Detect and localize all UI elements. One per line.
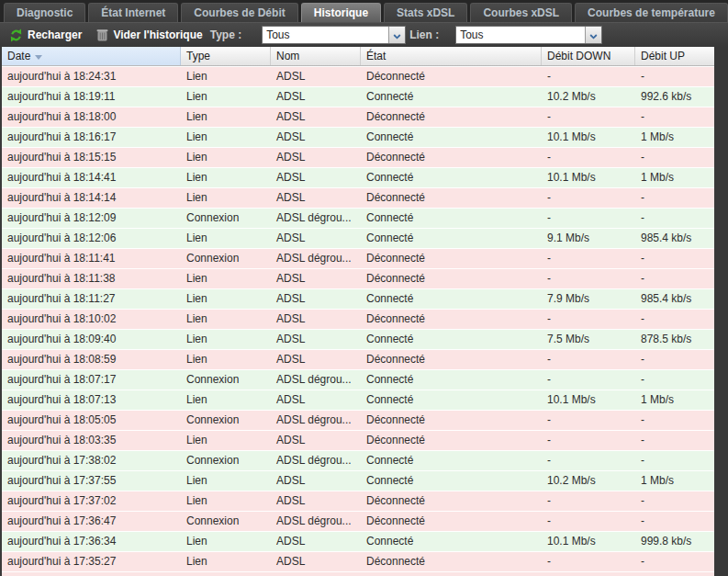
tab-stats-xdsl[interactable]: Stats xDSL <box>384 3 467 22</box>
cell-nom: ADSL dégrou... <box>271 512 361 531</box>
cell-debit-up: - <box>635 148 714 167</box>
table-row[interactable]: aujourd'hui à 17:37:55 Lien ADSL Connect… <box>2 470 714 491</box>
cell-type: Lien <box>181 168 271 187</box>
cell-date: aujourd'hui à 17:36:34 <box>2 532 181 551</box>
cell-etat: Déconnecté <box>361 411 542 430</box>
cell-debit-up: 999.8 kb/s <box>635 532 714 551</box>
table-row[interactable]: aujourd'hui à 18:14:14 Lien ADSL Déconne… <box>2 187 714 208</box>
cell-etat: Déconnecté <box>361 67 542 86</box>
cell-debit-up: - <box>635 269 714 288</box>
cell-etat: Déconnecté <box>361 249 542 268</box>
cell-nom: ADSL <box>271 350 361 369</box>
table-row[interactable]: aujourd'hui à 18:05:05 Connexion ADSL dé… <box>2 410 714 430</box>
type-filter-value: Tous <box>263 27 388 43</box>
cell-nom: ADSL <box>271 168 361 187</box>
cell-date: aujourd'hui à 17:38:02 <box>2 451 181 470</box>
cell-etat: Déconnecté <box>361 188 542 208</box>
table-row[interactable]: aujourd'hui à 18:19:11 Lien ADSL Connect… <box>2 86 714 107</box>
cell-debit-down: 10.1 Mb/s <box>542 128 635 147</box>
cell-date: aujourd'hui à 18:11:27 <box>2 289 181 309</box>
column-header-debit-down-label: Débit DOWN <box>547 47 610 65</box>
cell-type: Lien <box>181 491 271 511</box>
type-filter-select[interactable]: Tous <box>262 26 406 44</box>
table-row[interactable]: aujourd'hui à 18:12:06 Lien ADSL Connect… <box>2 228 714 248</box>
table-row[interactable]: aujourd'hui à 18:07:13 Lien ADSL Connect… <box>2 390 714 410</box>
table-row[interactable]: aujourd'hui à 18:12:09 Connexion ADSL dé… <box>2 208 714 228</box>
column-header-date-label: Date <box>7 47 30 65</box>
table-row[interactable]: aujourd'hui à 18:18:00 Lien ADSL Déconne… <box>2 107 714 127</box>
column-header-debit-down[interactable]: Débit DOWN <box>542 47 635 65</box>
tab-diagnostic[interactable]: Diagnostic <box>4 3 85 22</box>
clear-history-button-label: Vider l'historique <box>113 28 202 41</box>
table-row[interactable]: aujourd'hui à 18:03:35 Lien ADSL Déconne… <box>2 430 714 450</box>
table-row[interactable]: aujourd'hui à 18:14:41 Lien ADSL Connect… <box>2 167 714 187</box>
cell-nom: ADSL <box>271 471 361 491</box>
cell-etat: Connecté <box>361 370 542 390</box>
tab-courbes-xdsl[interactable]: Courbes xDSL <box>470 3 572 22</box>
cell-type: Lien <box>181 431 271 450</box>
table-row[interactable]: aujourd'hui à 18:11:41 Connexion ADSL dé… <box>2 248 714 268</box>
table-row[interactable]: aujourd'hui à 17:37:02 Lien ADSL Déconne… <box>2 491 714 511</box>
column-header-date[interactable]: Date <box>2 47 181 65</box>
cell-etat: Connecté <box>361 532 542 551</box>
cell-debit-down: - <box>542 269 635 288</box>
table-row[interactable]: aujourd'hui à 18:16:17 Lien ADSL Connect… <box>2 127 714 147</box>
table-row[interactable]: aujourd'hui à 18:15:15 Lien ADSL Déconne… <box>2 147 714 167</box>
cell-type: Lien <box>181 330 271 349</box>
cell-nom: ADSL dégrou... <box>271 451 361 470</box>
cell-type: Lien <box>181 188 271 208</box>
table-row[interactable]: aujourd'hui à 18:11:27 Lien ADSL Connect… <box>2 288 714 309</box>
table-header: Date Type Nom État Débit DOWN Débit UP <box>2 47 714 66</box>
column-header-nom[interactable]: Nom <box>271 47 361 65</box>
cell-nom: ADSL <box>271 148 361 167</box>
cell-type: Lien <box>181 390 271 410</box>
cell-etat: Connecté <box>361 330 542 349</box>
cell-debit-up: - <box>635 107 714 127</box>
cell-debit-up: 985.4 kb/s <box>635 289 714 309</box>
tab-courbes-de-temperature[interactable]: Courbes de température <box>575 3 728 22</box>
cell-debit-up: - <box>635 552 714 571</box>
cell-etat: Connecté <box>361 471 542 491</box>
link-filter-select[interactable]: Tous <box>455 26 602 44</box>
clear-history-button[interactable]: Vider l'historique <box>93 27 206 43</box>
scrollbar-gutter[interactable] <box>714 47 728 576</box>
cell-etat: Connecté <box>361 451 542 470</box>
table-row[interactable]: aujourd'hui à 17:36:34 Lien ADSL Connect… <box>2 531 714 551</box>
table-row[interactable]: aujourd'hui à 18:24:31 Lien ADSL Déconne… <box>2 66 714 86</box>
table-row[interactable]: aujourd'hui à 17:38:02 Connexion ADSL dé… <box>2 450 714 470</box>
cell-debit-up: - <box>635 451 714 470</box>
cell-debit-up: - <box>635 512 714 531</box>
cell-etat: Déconnecté <box>361 148 542 167</box>
cell-debit-up: - <box>635 491 714 511</box>
table-row[interactable]: aujourd'hui à 18:07:17 Connexion ADSL dé… <box>2 369 714 390</box>
link-filter-trigger[interactable] <box>585 27 601 43</box>
table-row[interactable]: aujourd'hui à 18:08:59 Lien ADSL Déconne… <box>2 349 714 369</box>
table-row[interactable]: aujourd'hui à 18:10:02 Lien ADSL Déconne… <box>2 309 714 329</box>
tab-etat-internet[interactable]: État Internet <box>88 3 178 22</box>
cell-debit-down: 9.1 Mb/s <box>542 229 635 248</box>
reload-button[interactable]: Recharger <box>6 27 85 44</box>
cell-type: Lien <box>181 532 271 551</box>
table-row[interactable]: aujourd'hui à 18:11:38 Lien ADSL Déconne… <box>2 268 714 288</box>
cell-date: aujourd'hui à 18:18:00 <box>2 107 181 127</box>
tab-courbes-de-debit[interactable]: Courbes de Débit <box>181 3 297 22</box>
column-header-debit-up[interactable]: Débit UP <box>635 47 714 65</box>
tab-historique[interactable]: Historique <box>301 3 381 22</box>
cell-date: aujourd'hui à 18:24:31 <box>2 67 181 86</box>
cell-type: Lien <box>181 471 271 491</box>
type-filter-trigger[interactable] <box>388 27 405 43</box>
cell-debit-up: - <box>635 370 714 390</box>
table-row[interactable]: aujourd'hui à 17:35:27 Lien ADSL Déconne… <box>2 551 714 571</box>
table-row[interactable]: aujourd'hui à 17:36:47 Connexion ADSL dé… <box>2 511 714 531</box>
cell-date: aujourd'hui à 18:07:17 <box>2 370 181 390</box>
cell-etat: Connecté <box>361 168 542 187</box>
link-filter-label: Lien : <box>409 28 439 41</box>
cell-etat: Déconnecté <box>361 107 542 127</box>
table-row[interactable]: aujourd'hui à 18:09:40 Lien ADSL Connect… <box>2 329 714 349</box>
column-header-type[interactable]: Type <box>181 47 271 65</box>
cell-nom: ADSL <box>271 188 361 208</box>
cell-debit-up: 1 Mb/s <box>635 168 714 187</box>
column-header-etat[interactable]: État <box>361 47 542 65</box>
cell-date: aujourd'hui à 18:10:02 <box>2 310 181 329</box>
cell-date: aujourd'hui à 18:11:41 <box>2 249 181 268</box>
